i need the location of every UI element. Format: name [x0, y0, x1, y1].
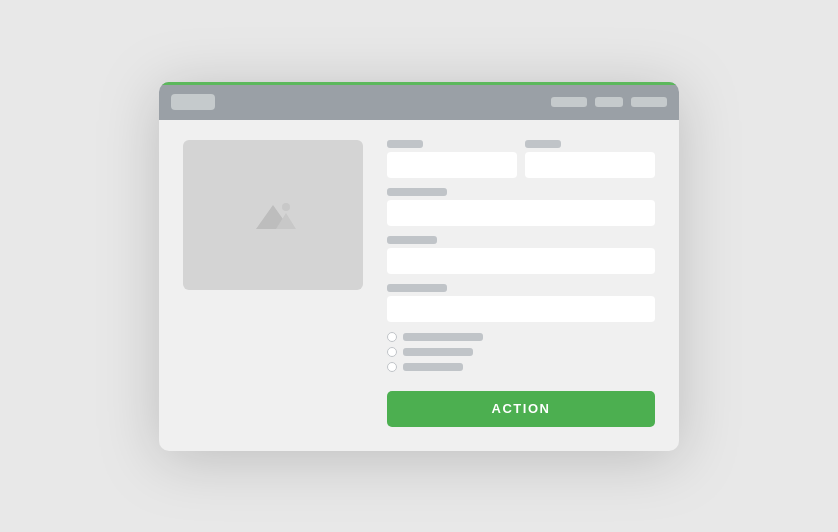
checkbox-1[interactable] [387, 332, 397, 342]
checkbox-row-3 [387, 362, 655, 372]
field-input-4[interactable] [387, 248, 655, 274]
form-row-1 [387, 140, 655, 178]
titlebar-right [551, 97, 667, 107]
app-window: ACTION [159, 82, 679, 451]
checkbox-row-1 [387, 332, 655, 342]
svg-point-2 [282, 203, 290, 211]
app-window-shadow: ACTION [159, 82, 679, 451]
nav-stub-1 [551, 97, 587, 107]
image-placeholder [183, 140, 363, 290]
field-label-3 [387, 188, 447, 196]
mountain-icon [248, 195, 298, 235]
titlebar [159, 82, 679, 120]
checkbox-label-2 [403, 348, 473, 356]
field-group-1 [387, 140, 517, 178]
right-panel: ACTION [387, 140, 655, 427]
checkbox-label-3 [403, 363, 463, 371]
field-input-3[interactable] [387, 200, 655, 226]
active-tab-pill[interactable] [171, 94, 215, 110]
field-input-2[interactable] [525, 152, 655, 178]
field-label-5 [387, 284, 447, 292]
checkboxes-area [387, 332, 655, 377]
checkbox-3[interactable] [387, 362, 397, 372]
field-group-full-3 [387, 284, 655, 322]
checkbox-row-2 [387, 347, 655, 357]
field-group-full-2 [387, 236, 655, 274]
field-input-1[interactable] [387, 152, 517, 178]
nav-stub-2 [595, 97, 623, 107]
field-input-5[interactable] [387, 296, 655, 322]
field-group-2 [525, 140, 655, 178]
action-button[interactable]: ACTION [387, 391, 655, 427]
nav-stub-3 [631, 97, 667, 107]
field-group-full-1 [387, 188, 655, 226]
titlebar-left [171, 94, 215, 110]
checkbox-label-1 [403, 333, 483, 341]
left-panel [183, 140, 363, 427]
field-label-1 [387, 140, 423, 148]
field-label-2 [525, 140, 561, 148]
checkbox-2[interactable] [387, 347, 397, 357]
window-body: ACTION [159, 120, 679, 451]
field-label-4 [387, 236, 437, 244]
